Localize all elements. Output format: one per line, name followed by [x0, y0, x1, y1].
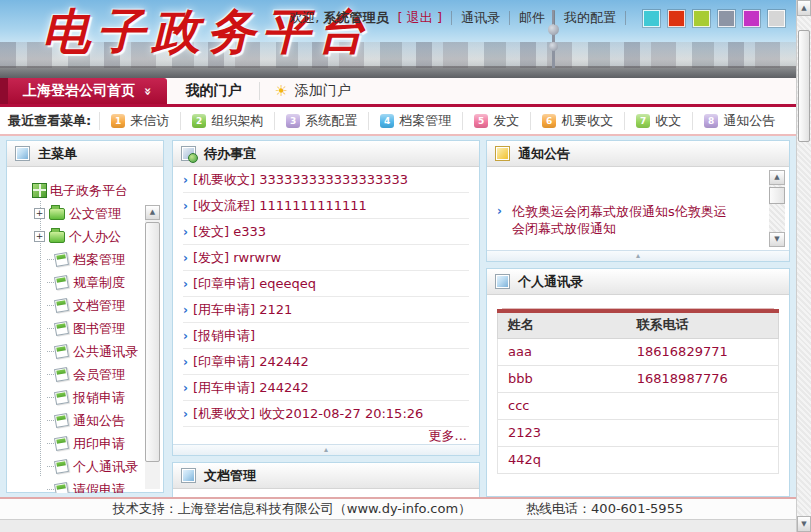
todo-item-text: [机要收文] 333333333333333333	[193, 172, 408, 187]
contact-row-2[interactable]: bbb16818987776	[498, 365, 779, 392]
recent-item-3[interactable]: 3系统配置	[274, 112, 368, 130]
divider	[509, 11, 510, 25]
scroll-up-icon[interactable]: ▲	[145, 205, 160, 220]
recent-item-7[interactable]: 7收文	[624, 112, 692, 130]
recent-item-label: 机要收文	[561, 112, 613, 130]
recent-item-number-icon: 2	[192, 114, 206, 128]
recent-item-6[interactable]: 6机要收文	[530, 112, 624, 130]
notice-scrollbar[interactable]: ▲ ▼	[769, 170, 785, 247]
blue-square-icon	[15, 146, 30, 161]
todo-item-4[interactable]: ›[发文] rwrwrw	[183, 245, 469, 271]
todo-item-3[interactable]: ›[发文] e333	[183, 219, 469, 245]
todo-item-6[interactable]: ›[用车申请] 2121	[183, 297, 469, 323]
addressbook-link[interactable]: 通讯录	[461, 9, 500, 27]
tab-my-portal[interactable]: 我的门户	[167, 78, 259, 104]
contact-name: aaa	[498, 338, 627, 365]
contact-phone	[627, 392, 779, 419]
document-management-title: 文档管理	[204, 467, 256, 485]
divider	[554, 11, 555, 25]
personal-contacts-title: 个人通讯录	[518, 273, 583, 291]
scroll-up-icon[interactable]: ▲	[769, 170, 785, 185]
recent-item-2[interactable]: 2组织架构	[180, 112, 274, 130]
todo-more-link[interactable]: 更多...	[173, 427, 479, 445]
todo-item-1[interactable]: ›[机要收文] 333333333333333333	[183, 167, 469, 193]
footer: 技术支持：上海登岩信息科技有限公司（www.dy-info.com） 热线电话：…	[0, 497, 796, 519]
scroll-up-icon[interactable]: ▲	[797, 0, 811, 16]
skyline-base	[0, 66, 811, 78]
scrollbar-thumb[interactable]	[769, 187, 785, 204]
document-icon	[54, 344, 69, 359]
contact-row-1[interactable]: aaa18616829771	[498, 338, 779, 365]
todo-item-10[interactable]: ›[机要收文] 收文2012-08-27 20:15:26	[183, 401, 469, 427]
theme-swatch-5[interactable]	[743, 10, 760, 27]
arrow-bullet-icon: ›	[183, 199, 188, 213]
tree-item-label: 通知公告	[73, 412, 125, 430]
platform-root-icon	[32, 183, 47, 198]
notice-item-text: 伦敦奥运会闭幕式放假通知s伦敦奥运会闭幕式放假通知	[512, 203, 735, 237]
notice-body: ›伦敦奥运会闭幕式放假通知s伦敦奥运会闭幕式放假通知 ▲ ▼	[487, 167, 789, 250]
logout-link[interactable]: [ 退出 ]	[398, 9, 442, 27]
mail-link[interactable]: 邮件	[519, 9, 545, 27]
add-portal-button[interactable]: ☀ 添加门户	[260, 78, 364, 104]
todo-collapse-handle[interactable]: ▴	[173, 444, 479, 455]
recent-item-number-icon: 7	[636, 114, 650, 128]
arrow-bullet-icon: ›	[183, 329, 188, 343]
recent-item-8[interactable]: 8通知公告	[692, 112, 786, 130]
contact-name: 2123	[498, 419, 627, 446]
notice-title: 通知公告	[518, 145, 570, 163]
recent-item-4[interactable]: 4档案管理	[368, 112, 462, 130]
theme-swatch-2[interactable]	[668, 10, 685, 27]
todo-item-9[interactable]: ›[用车申请] 244242	[183, 375, 469, 401]
chevron-down-icon[interactable]: »	[141, 87, 156, 95]
recent-item-number-icon: 6	[542, 114, 556, 128]
column-name: 姓名	[498, 311, 627, 338]
sun-icon: ☀	[274, 82, 287, 100]
todo-item-7[interactable]: ›[报销申请]	[183, 323, 469, 349]
tree-item-label: 公文管理	[69, 205, 121, 223]
theme-swatch-4[interactable]	[718, 10, 735, 27]
recent-item-1[interactable]: 1来信访	[99, 112, 180, 130]
banner: 电子政务平台 欢迎, 系统管理员 [ 退出 ] 通讯录 邮件 我的配置	[0, 0, 811, 78]
theme-swatch-3[interactable]	[693, 10, 710, 27]
contact-row-4[interactable]: 2123	[498, 419, 779, 446]
tree-connector	[47, 259, 54, 260]
scrollbar-thumb[interactable]	[798, 30, 810, 142]
tree-connector	[47, 420, 54, 421]
footer-support-text: 技术支持：上海登岩信息科技有限公司（www.dy-info.com）	[113, 500, 471, 518]
tree-root-e-government[interactable]: 电子政务平台	[32, 179, 163, 202]
tree-item-2[interactable]: +个人办公	[34, 225, 163, 248]
arrow-bullet-icon: ›	[183, 303, 188, 317]
theme-swatch-1[interactable]	[643, 10, 660, 27]
scroll-down-icon[interactable]: ▼	[797, 516, 811, 532]
todo-item-text: [发文] e333	[193, 224, 266, 239]
tree-item-1[interactable]: +公文管理	[34, 202, 163, 225]
tree-item-label: 档案管理	[73, 251, 125, 269]
main-menu-panel: 主菜单 电子政务平台 +公文管理+个人办公档案管理规章制度文档管理图书管理公共通…	[6, 140, 164, 493]
expand-plus-icon[interactable]: +	[34, 208, 45, 219]
tree-item-label: 请假申请	[73, 481, 125, 494]
todo-item-2[interactable]: ›[收文流程] 1111111111111	[183, 193, 469, 219]
todo-item-text: [报销申请]	[193, 328, 255, 343]
expand-plus-icon[interactable]: +	[34, 231, 45, 242]
todo-item-5[interactable]: ›[印章申请] eqeeqeq	[183, 271, 469, 297]
notice-item-1[interactable]: ›伦敦奥运会闭幕式放假通知s伦敦奥运会闭幕式放假通知	[497, 203, 735, 237]
arrow-bullet-icon: ›	[183, 277, 188, 291]
page-scrollbar[interactable]: ▲ ▼	[796, 0, 811, 532]
menu-tree-scrollbar[interactable]: ▲	[145, 205, 160, 489]
my-settings-link[interactable]: 我的配置	[564, 9, 616, 27]
contact-row-5[interactable]: 442q	[498, 446, 779, 473]
contact-row-3[interactable]: ccc	[498, 392, 779, 419]
divider	[625, 11, 626, 25]
document-management-header: 文档管理	[173, 463, 479, 489]
theme-swatch-6[interactable]	[768, 10, 785, 27]
tree-connector	[47, 374, 54, 375]
todo-item-8[interactable]: ›[印章申请] 242442	[183, 349, 469, 375]
tab-company-home-label: 上海登岩公司首页	[23, 82, 135, 100]
notice-collapse-handle[interactable]: ▴	[487, 250, 789, 261]
todo-title: 待办事宜	[204, 145, 256, 163]
tab-company-home[interactable]: 上海登岩公司首页 »	[8, 78, 167, 104]
tree-connector	[47, 328, 54, 329]
recent-item-5[interactable]: 5发文	[462, 112, 530, 130]
scrollbar-thumb[interactable]	[145, 222, 160, 462]
scroll-down-icon[interactable]: ▼	[769, 232, 785, 247]
